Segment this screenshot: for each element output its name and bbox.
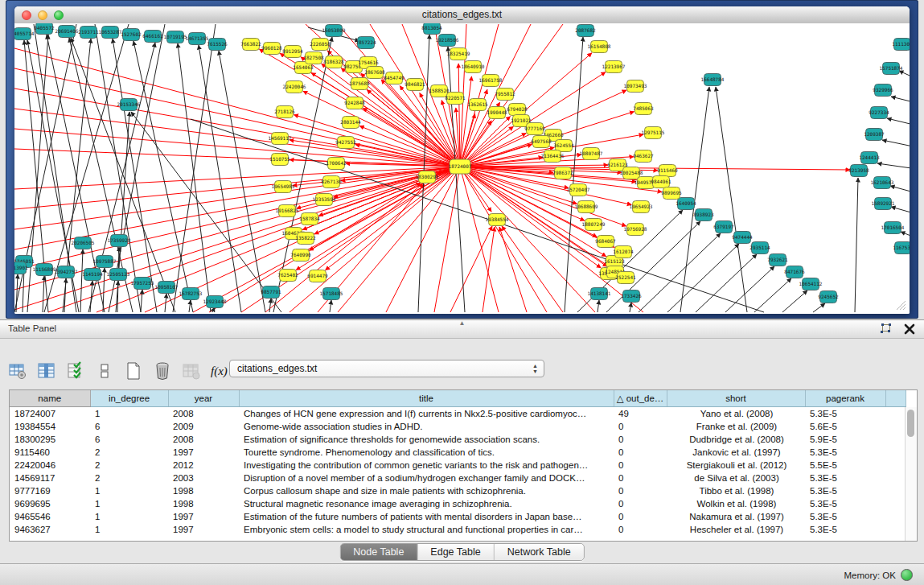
graph-node[interactable]: 9844961 (651, 176, 671, 188)
graph-node[interactable]: 1362615 (467, 99, 488, 111)
graph-node[interactable]: 16648784 (701, 74, 725, 86)
graph-node[interactable]: 19654923 (630, 201, 653, 213)
graph-node[interactable]: 9245652 (818, 291, 839, 303)
graph-node[interactable]: 8267130 (321, 176, 342, 188)
graph-node[interactable]: 9115460 (657, 165, 678, 177)
table-row[interactable]: 2242004622012Investigating the contribut… (10, 459, 906, 472)
graph-node[interactable]: 1167534 (893, 242, 910, 254)
graph-node[interactable]: 2803144 (340, 117, 361, 129)
graph-node[interactable]: 1209387 (864, 129, 885, 141)
table-scrollbar-thumb[interactable] (907, 410, 914, 437)
graph-node[interactable]: 10807487 (580, 148, 603, 160)
graph-node[interactable]: 1640954 (676, 198, 696, 210)
graph-node[interactable]: 6466161 (142, 31, 163, 43)
column-header[interactable]: △ out_de… (614, 390, 667, 407)
graph-node[interactable]: 7955812 (495, 89, 515, 101)
graph-node[interactable]: 10688609 (575, 201, 598, 213)
graph-node[interactable]: 9329966 (873, 84, 893, 97)
column-check-icon[interactable] (64, 360, 87, 382)
graph-node[interactable]: 19166825 (276, 205, 299, 217)
graph-node[interactable]: 9405572 (34, 23, 55, 35)
table-row[interactable]: 977716911998Corpus callosum shape and si… (10, 484, 906, 497)
graph-node[interactable]: 15718485 (320, 288, 343, 300)
graph-node[interactable]: 2522541 (615, 272, 636, 284)
graph-node[interactable]: 1990448 (487, 107, 507, 119)
graph-node[interactable]: 8213958 (848, 165, 869, 177)
graph-node[interactable]: 18325419 (447, 48, 470, 60)
table-row[interactable]: 946362711997Embryonic stem cells: a mode… (10, 523, 906, 536)
graph-node[interactable]: 6497568 (531, 136, 552, 148)
graph-node[interactable]: 18724007 (449, 159, 472, 174)
function-builder-icon[interactable]: f(x) (211, 365, 228, 378)
table-row[interactable]: 911546021997Tourette syndrome. Phenomeno… (10, 446, 906, 459)
graph-node[interactable]: 16961758 (479, 75, 503, 87)
graph-node[interactable]: 19218506 (436, 35, 459, 47)
graph-node[interactable]: 2087682 (575, 25, 596, 37)
graph-node[interactable]: 9846821 (405, 79, 425, 91)
graph-node[interactable]: 8220571 (445, 93, 466, 105)
graph-node[interactable]: 10653287 (99, 27, 122, 39)
graph-node[interactable]: 15751874 (880, 63, 903, 75)
graph-node[interactable]: 14671355 (186, 33, 209, 45)
graph-node[interactable]: 1358222 (295, 233, 316, 245)
table-row[interactable]: 946554611997Estimation of the future num… (10, 510, 906, 523)
graph-node[interactable]: 18640910 (462, 61, 485, 73)
graph-node[interactable]: 7932621 (767, 254, 788, 266)
table-selector-dropdown[interactable]: citations_edges.txt ▲▼ (229, 360, 544, 377)
graph-node[interactable]: 19756928 (624, 224, 647, 236)
graph-node[interactable]: 20206505 (72, 237, 95, 249)
rows-icon[interactable] (93, 360, 116, 382)
network-canvas[interactable]: 1872400714055714940557220691406219371110… (14, 23, 910, 314)
graph-node[interactable]: 10654112 (799, 278, 823, 290)
column-header[interactable]: year (168, 390, 239, 407)
column-header[interactable]: title (239, 390, 614, 407)
graph-node[interactable]: 6379197 (713, 221, 734, 233)
graph-node[interactable]: 1733426 (621, 290, 642, 303)
graph-node[interactable]: 8186328 (323, 56, 344, 68)
delete-table-icon[interactable] (151, 360, 174, 382)
graph-node[interactable]: 14055714 (14, 28, 35, 40)
graph-node[interactable]: 1527602 (121, 29, 142, 41)
tab-network-table[interactable]: Network Table (495, 544, 584, 560)
graph-node[interactable]: 2718126 (274, 106, 295, 118)
table-row[interactable]: 1938455462009Genome-wide association stu… (10, 420, 906, 433)
graph-node[interactable]: 20153346 (117, 99, 141, 111)
graph-node[interactable]: 9684067 (595, 236, 616, 248)
graph-node[interactable]: 1587834 (299, 213, 320, 225)
table-row[interactable]: 1830029562008Estimation of significance … (10, 433, 906, 446)
graph-node[interactable]: 1145194 (82, 269, 103, 281)
graph-node[interactable]: 1111304 (892, 39, 910, 51)
graph-node[interactable]: 8471676 (784, 266, 805, 278)
graph-node[interactable]: 9463627 (633, 150, 654, 163)
table-row[interactable]: 1872400712008Changes of HCN gene express… (10, 407, 906, 421)
close-panel-icon[interactable] (903, 323, 916, 336)
graph-node[interactable]: 7663822 (240, 39, 261, 51)
graph-node[interactable]: 15720407 (567, 184, 590, 196)
network-view-window[interactable]: citations_edges.txt 18724007140557149405… (14, 6, 910, 314)
graph-node[interactable]: 9427552 (335, 137, 356, 149)
graph-node[interactable]: 16154808 (588, 41, 611, 53)
tab-node-table[interactable]: Node Table (340, 544, 417, 560)
graph-node[interactable]: 7986372 (552, 167, 573, 179)
graph-node[interactable]: 21364436 (541, 150, 565, 163)
graph-node[interactable]: 18807249 (582, 219, 606, 231)
graph-node[interactable]: 1827508 (303, 52, 324, 64)
memory-ok-indicator[interactable] (901, 569, 913, 581)
graph-node[interactable]: 9227334 (869, 107, 889, 119)
table-settings-icon[interactable] (6, 360, 29, 382)
graph-node[interactable]: 8912954 (282, 46, 303, 58)
graph-node[interactable]: 9857791 (261, 286, 281, 299)
float-panel-icon[interactable] (879, 323, 892, 336)
graph-node[interactable]: 6794028 (507, 104, 528, 116)
graph-node[interactable]: 7640990 (290, 249, 311, 262)
graph-node[interactable]: 16053809 (322, 25, 346, 37)
select-columns-icon[interactable] (35, 360, 58, 382)
tab-edge-table[interactable]: Edge Table (417, 544, 494, 560)
graph-node[interactable]: 6914479 (307, 270, 328, 282)
graph-node[interactable]: 18300295 (416, 171, 439, 183)
graph-node[interactable]: 1875685 (349, 78, 370, 90)
graph-node[interactable]: 1510755 (269, 154, 290, 166)
graph-node[interactable]: 2935114 (749, 242, 770, 254)
graph-node[interactable]: 2867608 (364, 67, 385, 79)
table-row[interactable]: 969969511998Structural magnetic resonanc… (10, 497, 906, 510)
